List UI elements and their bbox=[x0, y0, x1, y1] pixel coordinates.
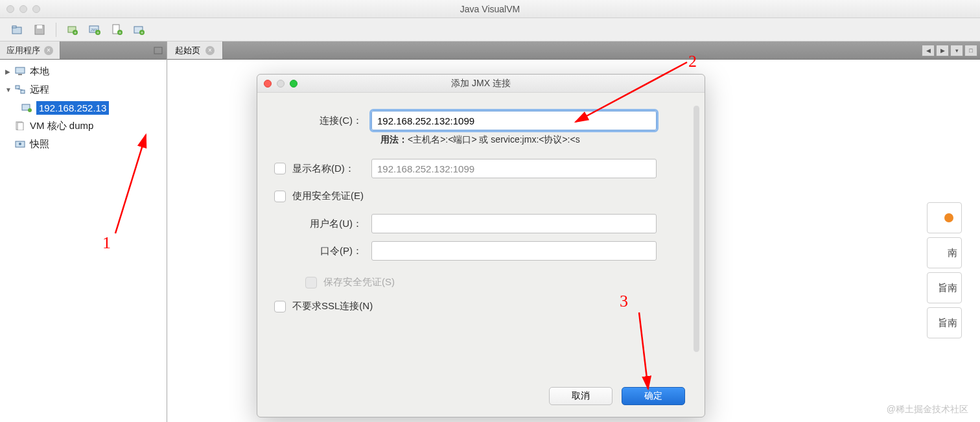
close-window-icon[interactable] bbox=[6, 5, 14, 13]
watermark: @稀土掘金技术社区 bbox=[887, 404, 968, 416]
dialog-close-icon[interactable] bbox=[264, 80, 272, 88]
annotation-number-1: 1 bbox=[102, 233, 111, 253]
tab-startpage[interactable]: 起始页 × bbox=[167, 41, 223, 59]
credentials-checkbox[interactable] bbox=[274, 191, 286, 202]
tb-add-snapshot-icon[interactable]: + bbox=[129, 21, 148, 39]
hint-text: 旨南 bbox=[938, 282, 957, 294]
svg-text:+: + bbox=[141, 30, 143, 35]
sidebar-tab-apps[interactable]: 应用程序 × bbox=[0, 41, 60, 59]
ok-button[interactable]: 确定 bbox=[622, 387, 685, 405]
tree-label: 远程 bbox=[30, 84, 49, 96]
tree-label: 快照 bbox=[30, 138, 49, 150]
display-name-label: 显示名称(D)： bbox=[292, 163, 371, 175]
svg-point-28 bbox=[19, 143, 21, 145]
tree-label: 本地 bbox=[30, 65, 49, 78]
app-title: Java VisualVM bbox=[460, 4, 520, 14]
app-tree: ▶ 本地 ▼ 远程 192.168.252.13 VM 核心 dump bbox=[0, 60, 167, 422]
sidebar-maximize-icon[interactable] bbox=[150, 41, 167, 59]
network-icon bbox=[14, 84, 26, 95]
tb-add-local-icon[interactable]: + bbox=[63, 21, 82, 39]
hint-card[interactable] bbox=[927, 202, 962, 233]
tab-nav-controls: ◀ ▶ ▾ □ bbox=[922, 41, 980, 59]
hint-card[interactable]: 旨南 bbox=[927, 307, 962, 338]
usage-bold: 用法： bbox=[380, 134, 408, 145]
save-credentials-label: 保存安全凭证(S) bbox=[323, 276, 395, 288]
no-ssl-label: 不要求SSL连接(N) bbox=[292, 300, 373, 312]
collapse-icon[interactable]: ▼ bbox=[5, 86, 14, 93]
tree-node-remote-host[interactable]: 192.168.252.13 bbox=[0, 99, 167, 117]
tree-node-local[interactable]: ▶ 本地 bbox=[0, 62, 167, 80]
hint-cards: 南 旨南 旨南 bbox=[927, 202, 962, 342]
svg-rect-3 bbox=[37, 25, 42, 29]
svg-point-24 bbox=[28, 108, 32, 112]
scrollbar[interactable] bbox=[694, 106, 699, 352]
svg-text:+: + bbox=[119, 30, 121, 35]
tb-add-dump-icon[interactable]: + bbox=[107, 21, 126, 39]
password-input bbox=[371, 241, 657, 261]
traffic-lights bbox=[6, 5, 40, 13]
zoom-window-icon[interactable] bbox=[32, 5, 40, 13]
dialog-traffic-lights bbox=[264, 80, 298, 88]
sidebar-tab-label: 应用程序 bbox=[6, 45, 40, 56]
dump-icon bbox=[14, 121, 26, 131]
hint-text: 旨南 bbox=[938, 317, 957, 329]
minimize-window-icon[interactable] bbox=[19, 5, 27, 13]
username-label: 用户名(U)： bbox=[274, 218, 371, 230]
tree-node-remote[interactable]: ▼ 远程 bbox=[0, 80, 167, 99]
hint-text: 南 bbox=[948, 247, 957, 259]
tree-node-vmdump[interactable]: VM 核心 dump bbox=[0, 117, 167, 135]
svg-line-22 bbox=[18, 89, 23, 90]
no-ssl-checkbox[interactable] bbox=[274, 301, 286, 312]
tb-save-icon[interactable] bbox=[30, 21, 49, 39]
cancel-label: 取消 bbox=[572, 390, 590, 402]
add-jmx-dialog: 添加 JMX 连接 连接(C)： 用法：<主机名>:<端口> 或 service… bbox=[257, 74, 705, 417]
main-tabs: 起始页 × ◀ ▶ ▾ □ bbox=[167, 41, 980, 60]
username-input bbox=[371, 214, 657, 233]
annotation-number-3: 3 bbox=[620, 292, 628, 311]
tb-add-jmx-icon[interactable]: JMX+ bbox=[85, 21, 104, 39]
usage-text: <主机名>:<端口> 或 service:jmx:<协议>:<s bbox=[408, 134, 580, 145]
nav-maximize-icon[interactable]: □ bbox=[964, 45, 977, 56]
nav-right-icon[interactable]: ▶ bbox=[936, 45, 949, 56]
credentials-label: 使用安全凭证(E) bbox=[292, 190, 364, 202]
display-name-input bbox=[371, 159, 657, 178]
tree-label: 192.168.252.13 bbox=[36, 101, 109, 115]
password-label: 口令(P)： bbox=[274, 245, 371, 257]
close-icon[interactable]: × bbox=[205, 46, 215, 55]
dot-icon bbox=[944, 213, 953, 222]
dialog-title: 添加 JMX 连接 bbox=[451, 78, 511, 89]
dialog-minimize-icon bbox=[277, 80, 285, 88]
ok-label: 确定 bbox=[644, 390, 662, 402]
computer-icon bbox=[14, 66, 26, 76]
connection-label: 连接(C)： bbox=[274, 115, 371, 127]
connection-usage-hint: 用法：<主机名>:<端口> 或 service:jmx:<协议>:<s bbox=[380, 134, 688, 146]
svg-rect-1 bbox=[12, 26, 16, 28]
toolbar-separator bbox=[56, 23, 56, 37]
tb-open-icon[interactable] bbox=[8, 21, 27, 39]
connection-input[interactable] bbox=[371, 111, 657, 130]
hint-card[interactable]: 南 bbox=[927, 237, 962, 268]
tree-node-snapshot[interactable]: 快照 bbox=[0, 135, 167, 153]
svg-text:+: + bbox=[97, 30, 99, 35]
dialog-zoom-icon[interactable] bbox=[290, 80, 298, 88]
dialog-titlebar: 添加 JMX 连接 bbox=[257, 75, 705, 93]
svg-rect-17 bbox=[154, 47, 162, 54]
nav-dropdown-icon[interactable]: ▾ bbox=[950, 45, 963, 56]
cancel-button[interactable]: 取消 bbox=[549, 387, 612, 405]
svg-rect-20 bbox=[16, 86, 19, 89]
toolbar: + JMX+ + + bbox=[0, 18, 980, 41]
svg-rect-26 bbox=[18, 123, 23, 130]
close-icon[interactable]: × bbox=[44, 46, 53, 55]
app-titlebar: Java VisualVM bbox=[0, 0, 980, 18]
save-credentials-checkbox bbox=[305, 277, 317, 288]
sidebar-tabs: 应用程序 × bbox=[0, 41, 167, 60]
display-name-checkbox[interactable] bbox=[274, 163, 286, 174]
svg-rect-19 bbox=[18, 74, 22, 75]
hint-card[interactable]: 旨南 bbox=[927, 272, 962, 303]
host-icon bbox=[21, 102, 32, 113]
tab-label: 起始页 bbox=[175, 45, 200, 56]
snapshot-icon bbox=[14, 139, 26, 149]
svg-rect-18 bbox=[16, 67, 25, 73]
nav-left-icon[interactable]: ◀ bbox=[922, 45, 935, 56]
expand-icon[interactable]: ▶ bbox=[5, 68, 14, 75]
